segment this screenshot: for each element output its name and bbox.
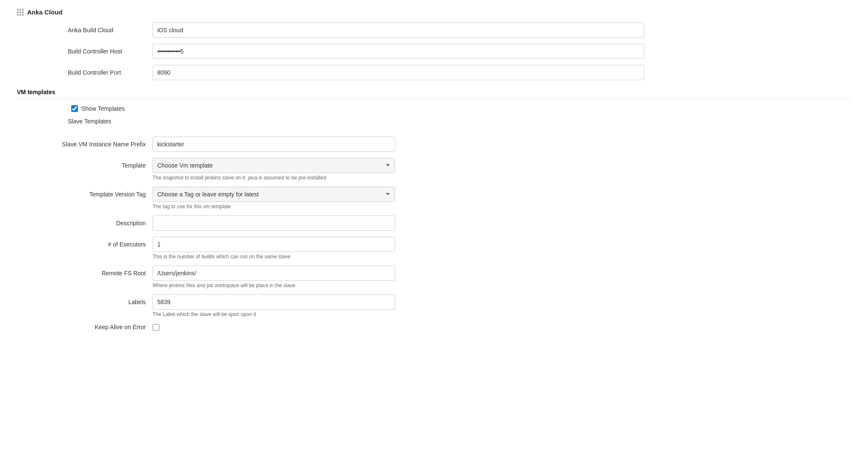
page-title: Anka Cloud — [27, 8, 62, 16]
page-header: Anka Cloud — [17, 8, 851, 16]
template-version-tag-group: Template Version Tag Choose a Tag or lea… — [17, 187, 851, 210]
top-form-section: Anka Build Cloud Build Controller Host B… — [68, 22, 851, 80]
num-executors-help-text: This is the number of builds which can r… — [153, 254, 851, 260]
slave-vm-name-prefix-label: Slave VM Instance Name Prefix — [17, 141, 153, 148]
show-templates-checkbox-label[interactable]: Show Templates — [71, 105, 125, 112]
template-version-tag-label: Template Version Tag — [17, 191, 153, 198]
anka-build-cloud-input[interactable] — [153, 22, 644, 38]
grid-icon — [17, 9, 24, 16]
template-label: Template — [17, 162, 153, 169]
build-controller-port-label: Build Controller Port — [68, 69, 153, 76]
template-version-tag-select[interactable]: Choose a Tag or leave empty for latest — [153, 187, 395, 202]
description-group: Description — [17, 215, 851, 231]
remote-fs-root-group: Remote FS Root Where jenkins files and j… — [17, 266, 851, 288]
vm-templates-section: VM templates Show Templates Slave Templa… — [17, 89, 851, 331]
keep-alive-on-error-checkbox[interactable] — [153, 324, 159, 331]
template-version-tag-help-text: The tag to use for this vm template — [153, 204, 851, 210]
slave-templates-label: Slave Templates — [68, 118, 111, 125]
template-help-text: The snapshot to install jenkins slave on… — [153, 175, 851, 181]
num-executors-label: # of Executors — [17, 241, 153, 248]
labels-help-text: The Label which the slave will be spun u… — [153, 311, 851, 317]
anka-build-cloud-group: Anka Build Cloud — [68, 22, 851, 38]
build-controller-host-input[interactable] — [153, 44, 644, 59]
remote-fs-root-help-text: Where jenkins files and job workspace wi… — [153, 283, 851, 288]
description-label: Description — [17, 220, 153, 227]
slave-vm-name-prefix-input[interactable] — [153, 137, 395, 152]
template-select[interactable]: Choose Vm template — [153, 158, 395, 173]
keep-alive-on-error-label: Keep Alive on Error — [17, 324, 153, 330]
show-templates-group: Show Templates — [17, 105, 851, 112]
labels-input[interactable] — [153, 294, 395, 310]
slave-vm-name-prefix-group: Slave VM Instance Name Prefix — [17, 137, 851, 152]
build-controller-host-label: Build Controller Host — [68, 48, 153, 55]
vm-templates-header: VM templates — [17, 89, 851, 99]
labels-label: Labels — [17, 299, 153, 305]
labels-group: Labels The Label which the slave will be… — [17, 294, 851, 317]
num-executors-group: # of Executors This is the number of bui… — [17, 237, 851, 260]
template-group: Template Choose Vm template The snapshot… — [17, 158, 851, 181]
keep-alive-on-error-group: Keep Alive on Error — [17, 323, 851, 331]
anka-build-cloud-label: Anka Build Cloud — [68, 27, 153, 34]
build-controller-port-input[interactable] — [153, 65, 644, 80]
remote-fs-root-input[interactable] — [153, 266, 395, 281]
num-executors-input[interactable] — [153, 237, 395, 252]
build-controller-port-group: Build Controller Port — [68, 65, 851, 80]
slave-templates-row: Slave Templates — [17, 118, 851, 131]
description-input[interactable] — [153, 215, 395, 231]
build-controller-host-group: Build Controller Host — [68, 44, 851, 59]
show-templates-checkbox[interactable] — [71, 105, 78, 112]
remote-fs-root-label: Remote FS Root — [17, 270, 153, 277]
show-templates-label-text: Show Templates — [81, 105, 125, 112]
